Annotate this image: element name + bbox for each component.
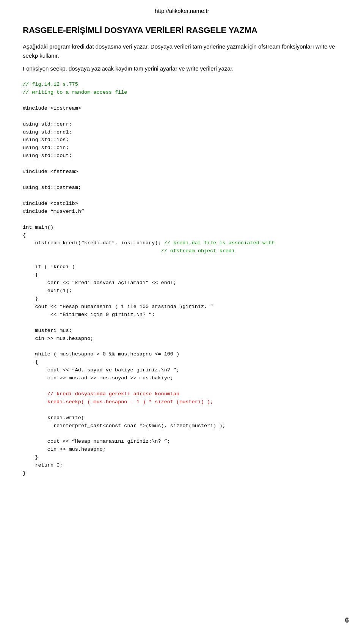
page-title: RASGELE-ERİŞİMLİ DOSYAYA VERİLERİ RASGEL… (23, 25, 341, 35)
page-container: http://alikoker.name.tr RASGELE-ERİŞİMLİ… (0, 0, 364, 632)
site-url: http://alikoker.name.tr (23, 8, 341, 14)
intro-paragraph-2: Fonksiyon seekp, dosyaya yazıacak kaydın… (23, 64, 341, 73)
code-block: // fig.14.12 s.775 // writing to a rando… (23, 81, 341, 478)
page-number: 6 (345, 616, 349, 624)
intro-paragraph-1: Aşağıdaki program kredi.dat dosyasına ve… (23, 42, 341, 60)
